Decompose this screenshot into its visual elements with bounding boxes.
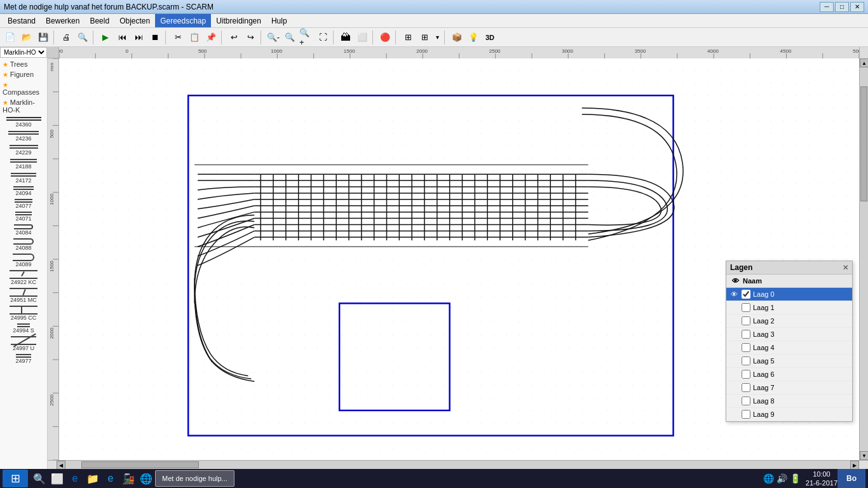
save-button[interactable]: 💾 (36, 30, 51, 45)
taskbar-search-icon[interactable]: 🔍 (31, 470, 48, 487)
close-button[interactable]: ✕ (850, 2, 864, 12)
layer-eye-2[interactable] (729, 316, 739, 326)
hscroll-thumb[interactable] (81, 461, 199, 468)
paste-button[interactable]: 📌 (203, 30, 219, 45)
layer-checkbox-6[interactable] (742, 370, 750, 379)
network-icon[interactable]: 🌐 (763, 473, 774, 484)
next-button[interactable]: ⏭ (131, 30, 146, 45)
layer-checkbox-9[interactable] (742, 410, 750, 419)
grid-button[interactable]: ⊞ (400, 30, 416, 45)
track-24094[interactable]: 24094 (0, 185, 47, 198)
track-24088[interactable]: 24088 (0, 237, 47, 252)
category-figuren[interactable]: Figuren (0, 69, 47, 79)
layer-row-1[interactable]: Laag 1 (726, 301, 852, 315)
layer-row-8[interactable]: Laag 8 (726, 395, 852, 408)
layer-checkbox-0[interactable] (742, 290, 750, 299)
menu-objecten[interactable]: Objecten (114, 14, 155, 27)
copy-button[interactable]: 📋 (187, 30, 202, 45)
taskbar-taskview-icon[interactable]: ⬜ (48, 470, 66, 487)
category-marklin-hok[interactable]: Marklin-HO-K (0, 97, 47, 115)
layer-row-4[interactable]: Laag 4 (726, 341, 852, 355)
layer-checkbox-4[interactable] (742, 343, 750, 352)
active-app-button[interactable]: Met de nodige hulp... (155, 470, 234, 487)
box-button[interactable]: 📦 (449, 30, 465, 45)
prev-button[interactable]: ⏮ (114, 30, 130, 45)
maximize-button[interactable]: □ (835, 2, 849, 12)
volume-icon[interactable]: 🔊 (776, 473, 787, 484)
layer-eye-5[interactable] (729, 356, 739, 366)
zoom-in-button[interactable]: 🔍+ (299, 30, 314, 45)
hscroll-track[interactable] (65, 461, 850, 469)
hscroll-left-button[interactable]: ◀ (57, 461, 65, 470)
print-button[interactable]: 🖨 (58, 30, 74, 45)
track-24236[interactable]: 24236 (0, 129, 47, 143)
stop-button[interactable]: ⏹ (147, 30, 163, 45)
track-library-dropdown[interactable]: Marklin-HO-C (0, 47, 47, 58)
track-24089[interactable]: 24089 (0, 252, 47, 269)
menu-hulp[interactable]: Hulp (266, 14, 292, 27)
open-button[interactable]: 📂 (19, 30, 34, 45)
category-trees[interactable]: Trees (0, 59, 47, 69)
menu-bestand[interactable]: Bestand (3, 14, 41, 27)
track-24994s[interactable]: 24994 S (0, 322, 47, 335)
play-button[interactable]: ▶ (98, 30, 113, 45)
layer-eye-9[interactable] (729, 409, 739, 419)
track-24360[interactable]: 24360 (0, 115, 47, 129)
light-button[interactable]: 💡 (466, 30, 481, 45)
layer-eye-4[interactable] (729, 342, 739, 353)
grid2-button[interactable]: ⊞ (417, 30, 432, 45)
track-24172[interactable]: 24172 (0, 171, 47, 185)
layer-row-0[interactable]: 👁Laag 0 (726, 288, 852, 301)
undo-button[interactable]: ↩ (226, 30, 241, 45)
corner-button[interactable]: Bo (837, 469, 865, 488)
vscroll-down-button[interactable]: ▼ (860, 451, 868, 460)
zoom-fit-button[interactable]: 🔍 (75, 30, 90, 45)
track-24077[interactable]: 24077 (0, 198, 47, 210)
vscroll-track[interactable] (860, 67, 868, 451)
layer-eye-7[interactable] (729, 383, 739, 393)
hscrollbar[interactable]: ◀ ▶ (48, 460, 868, 469)
layer-eye-1[interactable] (729, 302, 739, 313)
layers-close-button[interactable]: ✕ (843, 264, 848, 272)
zoom-100-button[interactable]: 🔍 (282, 30, 297, 45)
track-24995cc[interactable]: 24995 CC (0, 304, 47, 322)
layer-eye-6[interactable] (729, 369, 739, 379)
layer-row-3[interactable]: Laag 3 (726, 328, 852, 341)
menu-bewerken[interactable]: Bewerken (41, 14, 85, 27)
track-24977[interactable]: 24977 (0, 353, 47, 365)
taskbar-edge-icon[interactable]: e (66, 470, 84, 487)
layer-checkbox-7[interactable] (742, 383, 750, 392)
layer-eye-8[interactable] (729, 396, 739, 406)
track-24951mc[interactable]: 24951 MC (0, 287, 47, 304)
minimize-button[interactable]: ─ (820, 2, 834, 12)
layer-row-5[interactable]: Laag 5 (726, 355, 852, 368)
layer-checkbox-5[interactable] (742, 356, 750, 365)
layer-checkbox-8[interactable] (742, 396, 750, 405)
zoom-fit2-button[interactable]: ⛶ (315, 30, 330, 45)
menu-uitbreidingen[interactable]: Uitbreidingen (211, 14, 266, 27)
layer-row-7[interactable]: Laag 7 (726, 381, 852, 395)
track-24229[interactable]: 24229 (0, 143, 47, 157)
taskbar-ie-icon[interactable]: e (102, 470, 119, 487)
zoom-out-button[interactable]: 🔍- (266, 30, 281, 45)
layer-checkbox-1[interactable] (742, 303, 750, 312)
grid-label[interactable]: ▾ (433, 30, 442, 45)
layer-checkbox-2[interactable] (742, 316, 750, 325)
layer-eye-0[interactable]: 👁 (729, 289, 739, 299)
vscroll-thumb[interactable] (860, 86, 867, 201)
new-button[interactable]: 📄 (3, 30, 18, 45)
layer-row-6[interactable]: Laag 6 (726, 368, 852, 381)
layer-row-2[interactable]: Laag 2 (726, 315, 852, 328)
track-24188[interactable]: 24188 (0, 157, 47, 171)
category-compasses[interactable]: Compasses (0, 79, 47, 97)
3d-button[interactable]: 3D (482, 30, 498, 45)
menu-beeld[interactable]: Beeld (85, 14, 114, 27)
layer-btn[interactable]: ⬜ (355, 30, 370, 45)
taskbar-chrome-icon[interactable]: 🌐 (137, 470, 155, 487)
redo-button[interactable]: ↪ (243, 30, 258, 45)
heightmap-button[interactable]: 🏔 (338, 30, 353, 45)
taskbar-clock[interactable]: 10:00 21-6-2017 (806, 470, 837, 488)
track-24071[interactable]: 24071 (0, 210, 47, 223)
start-button[interactable]: ⊞ (3, 470, 28, 487)
track-24997u[interactable]: 24997 U (0, 335, 47, 353)
